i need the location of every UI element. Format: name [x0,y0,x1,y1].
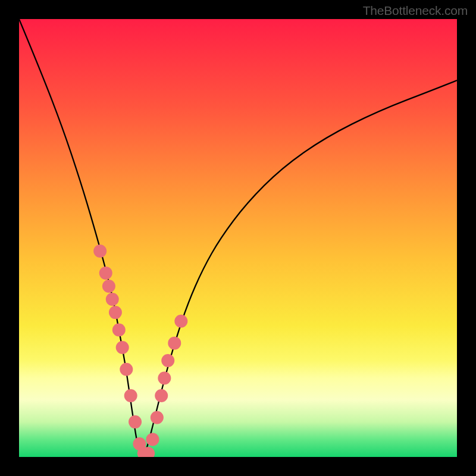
marker-point [174,315,187,328]
marker-point [155,389,168,402]
marker-point [112,324,126,337]
marker-point [99,267,112,280]
marker-point [116,341,129,354]
chart-svg [19,19,457,457]
watermark-text: TheBottleneck.com [363,4,468,18]
marker-point [124,389,137,402]
marker-point [120,363,133,376]
marker-point [93,245,107,258]
marker-point [106,293,119,306]
marker-point [151,411,164,424]
marker-point [158,372,171,385]
marker-point [161,354,174,367]
gradient-background [19,19,457,457]
marker-point [102,280,115,293]
marker-point [168,337,181,350]
marker-point [109,306,122,319]
marker-point [129,415,142,428]
marker-point [146,433,159,446]
plot-area [19,19,457,457]
chart-frame: TheBottleneck.com [0,0,476,476]
